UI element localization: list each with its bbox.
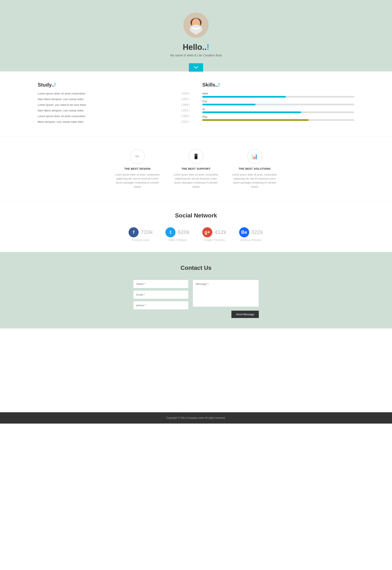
study-column: Study..! Lorem ipsum dolor sit amet cons… [38, 82, 190, 126]
features-section: ✏ THE BEST DESIGN Lorem ipsum dolor sit … [0, 136, 392, 201]
study-item-text: Nam libero tempore, cum soluta nobis [38, 98, 84, 101]
social-icon-gp: g+ [202, 227, 212, 237]
skills-heading: Skills..! [202, 82, 354, 88]
footer: Copyright © 20xx.Company name All rights… [0, 412, 392, 424]
hero-section: Hello..! My name is Web & i do Creative … [0, 0, 392, 71]
social-row: Be 322k [239, 227, 264, 237]
study-item-year: ( 2011 ) [181, 109, 190, 112]
skill-label: Css [202, 100, 354, 103]
social-icon-fb: f [128, 227, 139, 237]
study-item-text: Lorem Ipsum, you need to be sure there [38, 103, 86, 106]
feature-icon: 📊 [247, 149, 262, 164]
social-icon-be: Be [239, 227, 249, 237]
study-item: Lorem ipsum dolor sit amet consectetur( … [38, 92, 190, 95]
social-label: Facebook Likes [132, 239, 150, 242]
study-item-year: ( 2011 ) [181, 98, 190, 101]
feature-title: THE BEST SUPPORT [173, 167, 219, 170]
skill-item: Js [202, 107, 354, 113]
social-row: f 733k [128, 227, 153, 237]
feature-icon: ✏ [130, 149, 145, 164]
name-input[interactable] [133, 280, 188, 288]
hero-subtitle: My name is Web & i do Creative Bots [4, 53, 388, 57]
message-input[interactable] [193, 280, 259, 307]
study-skills-section: Study..! Lorem ipsum dolor sit amet cons… [0, 71, 392, 136]
study-item-text: libero tempore, cum soluta nobis Nam [38, 120, 84, 123]
study-item-year: ( 2014 ) [181, 114, 190, 118]
feature-card: 📊 THE BEST SOLUTIONS Lorem ipsum dolor s… [227, 145, 282, 193]
study-item-text: Lorem ipsum dolor sit amet consectetur [38, 114, 85, 118]
skill-item: Php [202, 115, 354, 121]
skill-bar-bg [202, 119, 354, 121]
social-label: Google+ Followers [204, 239, 225, 242]
extra-space [0, 328, 392, 412]
study-item: Nam libero tempore, cum soluta nobis( 20… [38, 109, 190, 112]
social-row: t 620k [166, 227, 190, 237]
feature-title: THE BEST DESIGN [114, 167, 160, 170]
study-item-year: ( 2011 ) [181, 120, 190, 123]
avatar [183, 13, 209, 38]
social-icon-tw: t [166, 227, 175, 237]
send-message-button[interactable]: Send Message [231, 311, 259, 318]
social-title: Social Network [4, 212, 388, 219]
skill-item: Html [202, 92, 354, 98]
social-count: 412k [214, 229, 226, 235]
skills-column: Skills..! Html Css Js Php [202, 82, 354, 126]
hero-title: Hello..! [4, 43, 388, 52]
social-count: 733k [141, 229, 153, 235]
feature-card: 📱 THE BEST SUPPORT Lorem ipsum dolor sit… [169, 145, 223, 193]
contact-right-fields: Send Message [193, 280, 259, 318]
phone-input[interactable] [133, 301, 188, 310]
study-heading: Study..! [38, 82, 190, 88]
social-item: t 620k Twitter Followers [166, 227, 190, 242]
social-section: Social Network f 733k Facebook Likes t 6… [0, 201, 392, 252]
contact-form: Send Message [133, 280, 259, 318]
skill-bar-bg [202, 112, 354, 113]
social-row: g+ 412k [202, 227, 226, 237]
skill-label: Js [202, 107, 354, 111]
contact-left-fields [133, 280, 188, 318]
study-item: Nam libero tempore, cum soluta nobis( 20… [38, 98, 190, 101]
skill-bar-fill [202, 104, 255, 105]
social-label: Twitter Followers [168, 239, 187, 242]
skill-label: Php [202, 115, 354, 118]
skill-bar-fill [202, 96, 286, 98]
skill-bar-fill [202, 119, 309, 121]
feature-title: THE BEST SOLUTIONS [232, 167, 278, 170]
study-item: Lorem ipsum dolor sit amet consectetur( … [38, 114, 190, 118]
social-count: 620k [178, 229, 190, 235]
scroll-down-button[interactable] [189, 63, 203, 72]
feature-icon: 📱 [189, 149, 203, 164]
social-count: 322k [251, 229, 264, 235]
social-item: f 733k Facebook Likes [128, 227, 153, 242]
skill-bar-fill [202, 112, 301, 113]
study-item-year: ( 2009 ) [181, 103, 190, 106]
contact-title: Contact Us [4, 265, 388, 271]
skill-bar-bg [202, 96, 354, 98]
skill-bar-bg [202, 104, 354, 105]
study-item: Lorem Ipsum, you need to be sure there( … [38, 103, 190, 106]
social-item: g+ 412k Google+ Followers [202, 227, 226, 242]
study-item-text: Lorem ipsum dolor sit amet consectetur [38, 92, 85, 95]
feature-card: ✏ THE BEST DESIGN Lorem ipsum dolor sit … [110, 145, 165, 193]
contact-section: Contact Us Send Message [0, 252, 392, 328]
feature-desc: Lorem ipsum dolor sit amet, consectetur … [114, 173, 160, 189]
study-item-text: Nam libero tempore, cum soluta nobis [38, 109, 84, 112]
feature-desc: Lorem ipsum dolor sit amet, consectetur … [173, 173, 219, 189]
email-input[interactable] [133, 290, 188, 299]
study-item: libero tempore, cum soluta nobis Nam( 20… [38, 120, 190, 123]
skill-item: Css [202, 100, 354, 105]
skill-label: Html [202, 92, 354, 95]
footer-text: Copyright © 20xx.Company name All rights… [167, 416, 225, 419]
social-item: Be 322k Behance Followers [239, 227, 264, 242]
study-item-year: ( 2010 ) [181, 92, 190, 95]
social-label: Behance Followers [241, 239, 262, 242]
feature-desc: Lorem ipsum dolor sit amet, consectetur … [232, 173, 278, 189]
